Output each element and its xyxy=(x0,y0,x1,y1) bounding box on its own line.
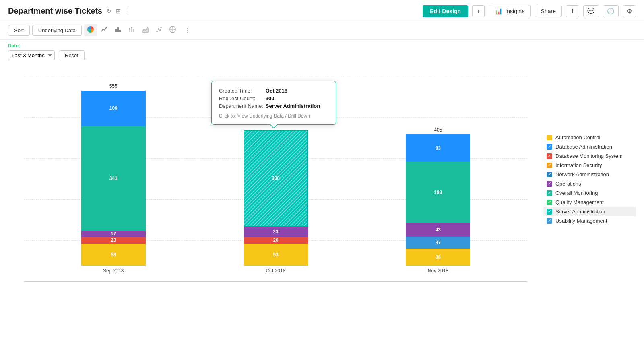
edit-design-button[interactable]: Edit Design xyxy=(423,5,468,17)
chart-type-icons xyxy=(84,24,179,36)
more-icon[interactable]: ⋮ xyxy=(125,7,131,15)
stacked-bar-button[interactable] xyxy=(125,24,138,36)
settings-button[interactable]: ⚙ xyxy=(623,5,636,17)
legend-item-serveradmin[interactable]: ✓ Server Administration xyxy=(543,207,636,216)
underlying-data-button[interactable]: Underlying Data xyxy=(32,25,82,36)
legend-color-usability: ✓ xyxy=(547,218,552,224)
legend-item-automation[interactable]: Automation Control xyxy=(543,133,636,142)
bar-segment-overall-nov[interactable]: 193 xyxy=(406,162,470,223)
legend-color-dbadmin: ✓ xyxy=(547,144,552,150)
chart-container: 555 53 20 17 341 xyxy=(8,68,543,302)
svg-point-11 xyxy=(159,29,161,31)
legend-item-netadmin[interactable]: ✓ Network Administration xyxy=(543,170,636,179)
svg-point-10 xyxy=(158,28,159,30)
insights-button[interactable]: 📊 Insights xyxy=(489,5,530,17)
toolbar-more-button[interactable]: ⋮ xyxy=(182,25,193,36)
tooltip-table: Created Time: Oct 2018 Request Count: 30… xyxy=(219,87,322,110)
chart-area: 555 53 20 17 341 xyxy=(0,60,644,302)
bar-segment-overall-sep[interactable]: 341 xyxy=(81,126,146,231)
legend-label-netadmin: Network Administration xyxy=(555,171,609,178)
bar-segment-dbmon-oct[interactable]: 20 xyxy=(244,237,308,244)
filter-bar: Date: Last 3 Months Last 6 Months This Y… xyxy=(0,40,644,60)
export-button[interactable]: ⬆ xyxy=(566,5,579,17)
title-area: Department wise Tickets ↻ ⊞ ⋮ xyxy=(8,6,131,16)
legend-color-overall: ✓ xyxy=(547,190,552,196)
svg-rect-6 xyxy=(131,28,132,32)
legend-label-dbadmin: Database Administration xyxy=(555,144,612,150)
svg-rect-1 xyxy=(115,29,117,32)
legend-item-infosec[interactable]: ✓ Information Security xyxy=(543,161,636,170)
legend-color-automation xyxy=(547,135,552,140)
schedule-button[interactable]: 🕐 xyxy=(603,5,619,17)
legend-color-quality: ✓ xyxy=(547,200,552,205)
bar-segment-dbmon-sep[interactable]: 20 xyxy=(81,237,146,244)
legend-item-usability[interactable]: ✓ Usability Management xyxy=(543,216,636,225)
bar-total-sep: 555 xyxy=(109,83,118,89)
bar-group-nov: 405 38 37 43 193 xyxy=(406,127,470,274)
top-actions: Edit Design + 📊 Insights Share ⬆ 💬 🕐 ⚙ xyxy=(423,5,636,17)
header: Department wise Tickets ↻ ⊞ ⋮ Edit Desig… xyxy=(0,0,644,21)
bar-segment-ops-nov[interactable]: 43 xyxy=(406,223,470,237)
bar-label-oct: Oct 2018 xyxy=(266,268,286,274)
tooltip[interactable]: Created Time: Oct 2018 Request Count: 30… xyxy=(211,81,336,125)
tooltip-created-label: Created Time: xyxy=(219,87,266,95)
legend-label-automation: Automation Control xyxy=(555,134,600,140)
bar-segment-usability-nov[interactable]: 37 xyxy=(406,237,470,249)
insights-icon: 📊 xyxy=(495,7,503,15)
bar-segment-ops-sep[interactable]: 17 xyxy=(81,231,146,237)
tooltip-drill-hint: Click to: View Underlying Data / Drill D… xyxy=(219,113,328,119)
sort-button[interactable]: Sort xyxy=(8,25,30,36)
bar-chart-button[interactable] xyxy=(111,24,124,36)
bar-segment-ops-oct[interactable]: 33 xyxy=(244,227,308,237)
bar-group-sep: 555 53 20 17 341 xyxy=(81,83,146,274)
line-chart-button[interactable] xyxy=(98,24,111,36)
area-chart-button[interactable] xyxy=(139,24,152,36)
bar-segment-dbadmin-nov[interactable]: 83 xyxy=(406,134,470,162)
tooltip-dept-value: Server Administration xyxy=(266,102,322,110)
add-button[interactable]: + xyxy=(472,5,485,17)
scatter-chart-button[interactable] xyxy=(153,24,165,36)
tooltip-dept-label: Department Name: xyxy=(219,102,266,110)
pie-chart-button[interactable] xyxy=(84,24,97,36)
tooltip-count-label: Request Count: xyxy=(219,95,266,102)
legend-item-dbadmin[interactable]: ✓ Database Administration xyxy=(543,142,636,151)
date-filter-label: Date: xyxy=(8,43,636,49)
stacked-bar-nov[interactable]: 38 37 43 193 83 xyxy=(406,134,470,266)
legend-color-dbmon: ✓ xyxy=(547,153,552,159)
tooltip-created-value: Oct 2018 xyxy=(266,87,322,95)
map-chart-button[interactable] xyxy=(166,24,179,36)
bar-segment-automation-nov[interactable]: 38 xyxy=(406,249,470,266)
reset-button[interactable]: Reset xyxy=(59,50,85,60)
bar-segment-automation-sep[interactable]: 53 xyxy=(81,244,146,266)
legend-color-netadmin: ✓ xyxy=(547,172,552,178)
svg-rect-4 xyxy=(129,30,130,32)
svg-point-9 xyxy=(156,31,158,32)
bar-segment-dbadmin-sep[interactable]: 109 xyxy=(81,91,146,126)
legend-color-infosec: ✓ xyxy=(547,163,552,168)
legend-label-overall: Overall Monitoring xyxy=(555,190,598,196)
legend-area: Automation Control ✓ Database Administra… xyxy=(543,68,636,302)
stacked-bar-sep[interactable]: 53 20 17 341 109 xyxy=(81,91,146,266)
toolbar: Sort Underlying Data ⋮ xyxy=(0,21,644,40)
legend-item-dbmon[interactable]: ✓ Database Monitoring System xyxy=(543,151,636,161)
legend-item-quality[interactable]: ✓ Quality Management xyxy=(543,198,636,207)
legend-item-operations[interactable]: ✓ Operations xyxy=(543,179,636,188)
share-button[interactable]: Share xyxy=(535,6,562,17)
legend-label-dbmon: Database Monitoring System xyxy=(555,153,623,159)
legend-label-usability: Usability Management xyxy=(555,218,607,224)
svg-rect-3 xyxy=(119,30,121,32)
date-filter-wrapper: Last 3 Months Last 6 Months This Year Al… xyxy=(8,50,55,60)
refresh-icon[interactable]: ↻ xyxy=(106,7,111,15)
bar-segment-serveradmin-oct[interactable]: 300 xyxy=(244,130,308,227)
bar-segment-automation-oct[interactable]: 53 xyxy=(244,244,308,266)
svg-rect-8 xyxy=(133,29,134,32)
tooltip-count-value: 300 xyxy=(266,95,322,102)
comment-button[interactable]: 💬 xyxy=(583,5,599,17)
svg-rect-2 xyxy=(117,27,119,32)
legend-label-operations: Operations xyxy=(555,181,581,187)
svg-rect-5 xyxy=(129,28,130,30)
stacked-bar-oct[interactable]: 53 20 33 300 xyxy=(244,130,308,266)
legend-item-overall[interactable]: ✓ Overall Monitoring xyxy=(543,188,636,198)
date-filter-select[interactable]: Last 3 Months Last 6 Months This Year Al… xyxy=(8,50,55,60)
table-icon[interactable]: ⊞ xyxy=(116,7,121,15)
